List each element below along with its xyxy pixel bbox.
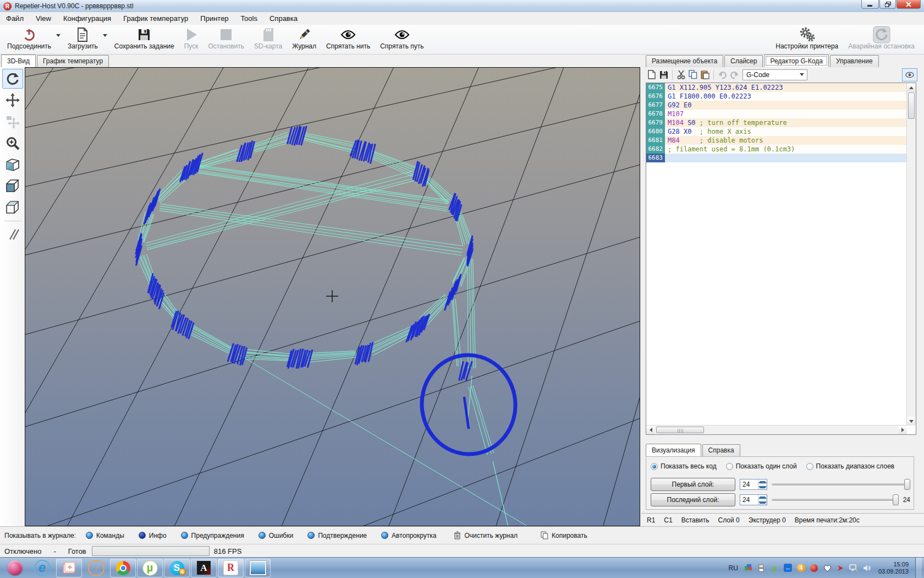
scroll-right-button[interactable] (898, 426, 907, 434)
spin-up-icon[interactable] (758, 479, 767, 484)
new-file-icon[interactable] (646, 69, 658, 80)
menu-item[interactable]: Конфигурация (57, 13, 117, 24)
radio-show-layer-range[interactable]: Показать диапазон слоев (806, 462, 895, 470)
minimize-button[interactable] (861, 0, 879, 9)
gcode-line[interactable]: 6680G28 X0 ; home X axis (646, 127, 907, 136)
parallel-projection-icon[interactable] (2, 225, 23, 244)
scroll-down-button[interactable] (907, 417, 916, 426)
spin-up-icon[interactable] (758, 495, 767, 500)
spin-down-icon[interactable] (758, 500, 767, 505)
menu-item[interactable]: Tools (235, 13, 263, 24)
toolbar-log[interactable]: Журнал (287, 25, 321, 54)
update-badge-icon[interactable]: 4 (796, 563, 806, 572)
menu-item[interactable]: Справка (263, 13, 304, 24)
3d-viewport[interactable] (25, 68, 640, 526)
gcode-line[interactable]: 6682; filament used = 8.1mm (0.1cm3) (646, 145, 907, 154)
front-view-icon[interactable] (2, 176, 23, 196)
arrow-icon[interactable] (836, 563, 845, 572)
heart-icon[interactable] (823, 563, 832, 572)
rotate-view-icon[interactable] (2, 69, 23, 89)
toolbar-save-job[interactable]: Сохранить задание (109, 25, 179, 54)
editor-horizontal-scrollbar[interactable] (646, 425, 907, 434)
log-toggle-ack[interactable]: Подтверждение (307, 532, 367, 539)
tab-object-placement[interactable]: Размещение объекта (646, 55, 723, 67)
last-layer-spinner[interactable]: 24 (740, 494, 767, 505)
gcode-line[interactable]: 6676G1 F1800.000 E0.02223 (646, 92, 907, 101)
radio-show-all-code[interactable]: Показать весь код (651, 462, 717, 470)
show-desktop-button[interactable] (915, 558, 922, 578)
top-view-icon[interactable] (2, 198, 23, 217)
toolbar-load[interactable]: Загрузить (63, 25, 103, 54)
menu-item[interactable]: Принтер (194, 13, 234, 24)
dropdown-arrow-icon[interactable] (56, 25, 63, 54)
gcode-line[interactable]: 6679M104 S0 ; turn off temperature (646, 118, 907, 127)
gcode-editor[interactable]: 6675G1 X112.905 Y123.624 E1.022236676G1 … (646, 83, 916, 435)
toolbar-connect[interactable]: Подсоединить (2, 25, 56, 54)
log-toggle-errors[interactable]: Ошибки (258, 532, 294, 539)
scroll-left-button[interactable] (646, 426, 655, 434)
restore-button[interactable] (879, 0, 896, 9)
first-layer-spinner[interactable]: 24 (740, 479, 767, 490)
tab-visualization[interactable]: Визуализация (646, 444, 701, 456)
undo-icon[interactable] (716, 69, 728, 80)
gcode-line[interactable]: 6678M107 (646, 110, 907, 118)
network-icon[interactable] (849, 563, 859, 572)
editor-vertical-scrollbar[interactable] (906, 83, 916, 426)
log-toggle-commands[interactable]: Команды (86, 532, 124, 539)
hscroll-thumb[interactable] (656, 427, 704, 433)
tab-gcode-editor[interactable]: Редактор G-Кода (764, 54, 828, 67)
tab-3d-view[interactable]: 3D-Вид (1, 54, 36, 67)
slider-handle[interactable] (904, 479, 910, 490)
taskbar-clock[interactable]: 15:09 03.09.2013 (878, 561, 909, 575)
cut-icon[interactable] (675, 69, 687, 80)
taskbar-app-file-manager[interactable] (56, 559, 82, 577)
gcode-language-dropdown[interactable]: G-Code (743, 69, 807, 80)
zoom-icon[interactable] (2, 133, 23, 153)
menu-item[interactable]: View (30, 13, 57, 24)
gcode-line[interactable]: 6675G1 X112.905 Y123.624 E1.02223 (646, 83, 907, 92)
language-indicator[interactable]: RU (729, 564, 738, 572)
menu-item[interactable]: Файл (0, 13, 30, 24)
clear-log-button[interactable]: Очистить журнал (454, 531, 518, 539)
log-toggle-warnings[interactable]: Предупраждения (181, 532, 244, 539)
scroll-up-button[interactable] (907, 83, 916, 92)
move-object-icon[interactable] (2, 112, 23, 132)
toolbar-hide-filament[interactable]: Спрятать нить (321, 25, 375, 54)
hidden-icons-icon[interactable] (744, 563, 753, 572)
toolbar-printer-settings[interactable]: Настройки принтера (771, 25, 843, 54)
log-toggle-info[interactable]: Инфо (139, 532, 167, 539)
utorrent-tray-icon[interactable]: µ (770, 563, 779, 572)
taskbar-app-start-orb[interactable] (2, 559, 28, 577)
show-code-eye-toggle[interactable] (902, 68, 917, 81)
tab-help[interactable]: Справка (702, 444, 740, 456)
slider-handle[interactable] (893, 494, 899, 505)
vscroll-thumb[interactable] (908, 92, 915, 119)
teamviewer-icon[interactable]: ↔ (783, 563, 793, 572)
save-file-icon[interactable] (658, 69, 670, 80)
log-toggle-autoscroll[interactable]: Автопрокрутка (381, 532, 436, 539)
taskbar-app-photo-viewer[interactable] (245, 559, 271, 577)
taskbar-app-utorrent[interactable]: µ (137, 559, 163, 577)
dropdown-arrow-icon[interactable] (103, 25, 109, 54)
spin-down-icon[interactable] (758, 484, 767, 489)
tab-temperature-graph[interactable]: График температур (37, 55, 109, 67)
toolbar-hide-travel[interactable]: Спрятать путь (375, 25, 428, 54)
taskbar-app-internet-explorer[interactable]: e (29, 559, 55, 577)
copy-icon[interactable] (687, 69, 699, 80)
taskbar-app-aimp[interactable]: A (191, 559, 217, 577)
paste-icon[interactable] (699, 69, 711, 80)
print-spooler-icon[interactable] (757, 563, 766, 572)
close-button[interactable] (897, 0, 921, 9)
last-layer-slider[interactable] (772, 494, 899, 505)
menu-item[interactable]: График температур (117, 13, 194, 24)
volume-icon[interactable] (862, 563, 872, 572)
isometric-view-icon[interactable] (2, 155, 23, 175)
last-layer-button[interactable]: Последний слой: (651, 493, 735, 506)
taskbar-app-chrome[interactable] (110, 559, 136, 577)
taskbar-app-repetier[interactable]: R (218, 559, 244, 577)
first-layer-button[interactable]: Первый слой: (651, 478, 735, 491)
tab-manual-control[interactable]: Управление (830, 55, 879, 67)
taskbar-app-music-player[interactable]: ♪ (83, 559, 109, 577)
copy-log-button[interactable]: Копировать (541, 531, 587, 539)
taskbar-app-skype[interactable]: S4 (164, 559, 190, 577)
